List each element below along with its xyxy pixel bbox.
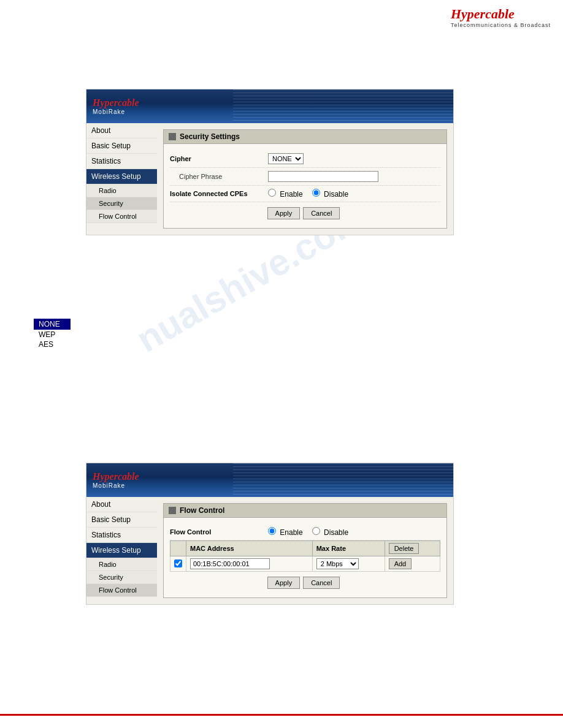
top-logo-name: Hypercable (451, 6, 551, 22)
security-cancel-button[interactable]: Cancel (303, 207, 340, 219)
panel2-sub-flow-control[interactable]: Flow Control (86, 584, 157, 597)
mac-rate-select[interactable]: 1 Mbps 2 Mbps 5 Mbps 11 Mbps 54 Mbps (316, 558, 359, 569)
panel2-body: About Basic Setup Statistics Wireless Se… (86, 497, 453, 604)
dropdown-selected-option[interactable]: NONE (34, 319, 71, 330)
mac-row-checkbox-cell (170, 556, 186, 572)
flow-enable-text: Enable (280, 528, 302, 537)
security-panel: Hypercable MobiRake About Basic Setup St… (86, 89, 454, 235)
panel1-main: Security Settings Cipher NONE WEP AES (157, 123, 453, 235)
panel2-banner: Hypercable MobiRake (86, 463, 453, 497)
mac-row-checkbox[interactable] (174, 559, 182, 567)
isolate-disable-radio[interactable] (312, 189, 320, 197)
isolate-disable-text: Disable (324, 190, 348, 199)
mac-table: MAC Address Max Rate Delete (170, 540, 440, 572)
security-settings-body: Cipher NONE WEP AES Cipher Phrase (164, 144, 446, 228)
flow-cancel-button[interactable]: Cancel (303, 577, 340, 589)
panel2-sub-security[interactable]: Security (86, 571, 157, 584)
isolate-disable-label: Disable (312, 189, 348, 199)
panel2-sidebar-statistics[interactable]: Statistics (86, 528, 157, 543)
panel2-sidebar-wireless-setup[interactable]: Wireless Setup (86, 543, 157, 558)
isolate-enable-label: Enable (268, 189, 303, 199)
sidebar-sub-security[interactable]: Security (86, 197, 157, 210)
mac-row-mac-cell (186, 556, 313, 572)
flow-control-label: Flow Control (170, 528, 268, 536)
isolate-row: Isolate Connected CPEs Enable Disable (170, 186, 440, 202)
panel2-sub-menu: Radio Security Flow Control (86, 558, 157, 597)
flow-disable-radio[interactable] (312, 527, 320, 535)
footer-line (0, 714, 563, 716)
flow-control-box: Flow Control Flow Control Enable Di (163, 503, 447, 598)
panel2-sidebar-basic-setup[interactable]: Basic Setup (86, 512, 157, 528)
flow-enable-label: Enable (268, 527, 303, 537)
panel1-product: MobiRake (93, 108, 139, 115)
section-icon (169, 133, 176, 140)
cipher-label: Cipher (170, 155, 268, 162)
flow-disable-label: Disable (312, 527, 348, 537)
sidebar-item-statistics[interactable]: Statistics (86, 154, 157, 169)
panel1-body: About Basic Setup Statistics Wireless Se… (86, 123, 453, 235)
mac-table-checkbox-header (170, 541, 186, 556)
sidebar-item-wireless-setup[interactable]: Wireless Setup (86, 169, 157, 184)
cipher-phrase-row: Cipher Phrase (170, 168, 440, 186)
panel2-sidebar: About Basic Setup Statistics Wireless Se… (86, 497, 157, 604)
panel2-main: Flow Control Flow Control Enable Di (157, 497, 453, 604)
isolate-enable-radio[interactable] (268, 189, 276, 197)
flow-control-header: Flow Control (164, 504, 446, 518)
panel2-logo: Hypercable (93, 471, 139, 482)
top-logo-tagline: Telecommunications & Broadcast (451, 22, 551, 28)
flow-disable-text: Disable (324, 528, 348, 537)
flow-enable-radio[interactable] (268, 527, 276, 535)
mac-row-add-cell: Add (385, 556, 440, 572)
panel1-sidebar: About Basic Setup Statistics Wireless Se… (86, 123, 157, 235)
security-settings-header: Security Settings (164, 130, 446, 144)
cipher-row: Cipher NONE WEP AES (170, 150, 440, 168)
panel2-sub-radio[interactable]: Radio (86, 558, 157, 571)
mac-table-rate-header: Max Rate (312, 541, 385, 556)
isolate-label: Isolate Connected CPEs (170, 190, 268, 197)
table-row: 1 Mbps 2 Mbps 5 Mbps 11 Mbps 54 Mbps Add (170, 556, 440, 572)
flow-control-row: Flow Control Enable Disable (170, 524, 440, 540)
cipher-value: NONE WEP AES (268, 153, 440, 164)
flow-apply-button[interactable]: Apply (267, 577, 301, 589)
security-apply-button[interactable]: Apply (267, 207, 301, 219)
security-settings-box: Security Settings Cipher NONE WEP AES (163, 129, 447, 229)
dropdown-list: NONE WEP AES (34, 319, 71, 349)
isolate-options: Enable Disable (268, 189, 440, 199)
mac-table-action-header: Delete (385, 541, 440, 556)
panel1-sub-menu: Radio Security Flow Control (86, 184, 157, 223)
flow-control-panel: Hypercable MobiRake About Basic Setup St… (86, 463, 454, 605)
sidebar-item-basic-setup[interactable]: Basic Setup (86, 138, 157, 154)
security-settings-title: Security Settings (180, 132, 240, 141)
panel2-product: MobiRake (93, 482, 139, 489)
add-button[interactable]: Add (389, 558, 412, 569)
mac-table-header-row: MAC Address Max Rate Delete (170, 541, 440, 556)
sidebar-sub-flow-control[interactable]: Flow Control (86, 210, 157, 223)
mac-row-rate-cell: 1 Mbps 2 Mbps 5 Mbps 11 Mbps 54 Mbps (312, 556, 385, 572)
flow-control-btn-row: Apply Cancel (170, 572, 440, 591)
cipher-phrase-value (268, 171, 440, 182)
security-btn-row: Apply Cancel (170, 202, 440, 222)
mac-table-mac-header: MAC Address (186, 541, 313, 556)
flow-control-title: Flow Control (180, 506, 224, 515)
cipher-select[interactable]: NONE WEP AES (268, 153, 304, 164)
cipher-phrase-label: Cipher Phrase (170, 173, 268, 180)
sidebar-sub-radio[interactable]: Radio (86, 184, 157, 197)
panel1-logo: Hypercable (93, 97, 139, 108)
dropdown-option-aes[interactable]: AES (34, 339, 71, 349)
dropdown-option-wep[interactable]: WEP (34, 330, 71, 339)
top-logo: Hypercable Telecommunications & Broadcas… (451, 6, 551, 28)
sidebar-item-about[interactable]: About (86, 123, 157, 138)
panel1-banner: Hypercable MobiRake (86, 89, 453, 123)
delete-button[interactable]: Delete (389, 543, 419, 554)
mac-address-input[interactable] (190, 558, 270, 569)
flow-control-body: Flow Control Enable Disable (164, 518, 446, 597)
isolate-enable-text: Enable (280, 190, 302, 199)
panel2-sidebar-about[interactable]: About (86, 497, 157, 512)
flow-section-icon (169, 507, 176, 514)
cipher-phrase-input[interactable] (268, 171, 378, 182)
flow-control-options: Enable Disable (268, 527, 440, 537)
